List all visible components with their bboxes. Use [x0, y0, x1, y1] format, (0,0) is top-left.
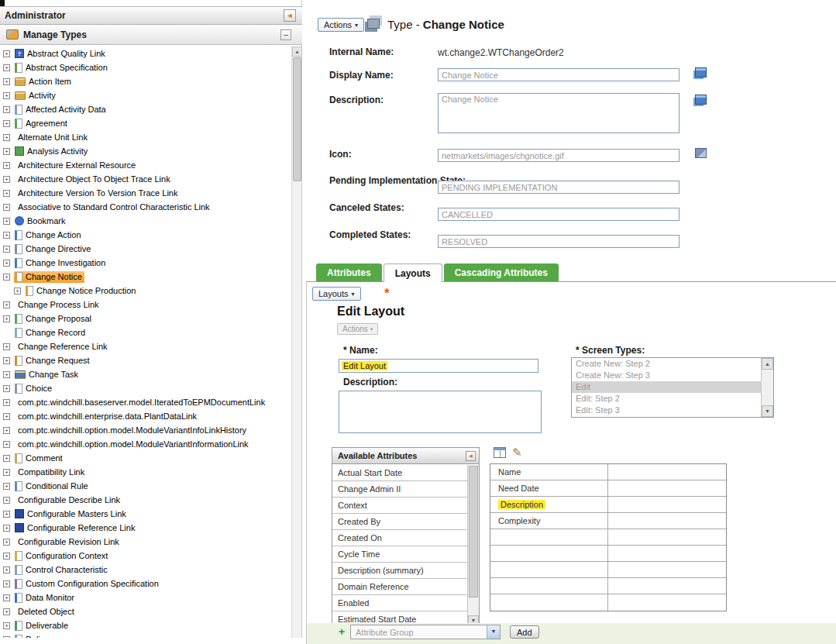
tree-item[interactable]: +Change Reference Link	[0, 339, 292, 353]
actions-menu-button[interactable]: Actions ▾	[318, 18, 364, 32]
layout-cell[interactable]	[490, 529, 608, 545]
tree-expander-icon[interactable]: +	[3, 204, 10, 211]
tree-item[interactable]: +Architecture Version To Version Trace L…	[0, 186, 292, 200]
layout-cell[interactable]	[608, 578, 726, 594]
tree-item[interactable]: +Compatibility Link	[0, 465, 292, 479]
tree-item[interactable]: +Configurable Masters Link	[0, 507, 292, 521]
tree-expander-icon[interactable]: +	[3, 413, 10, 420]
tree-expander-icon[interactable]: +	[3, 525, 10, 532]
tree-expander-icon[interactable]: +	[3, 50, 10, 57]
layout-cell[interactable]	[608, 480, 726, 496]
tree-expander-icon[interactable]: +	[3, 511, 10, 518]
available-attribute-item[interactable]: Created On	[332, 530, 467, 546]
add-button[interactable]: Add	[510, 625, 539, 639]
tree-expander-icon[interactable]: +	[3, 190, 10, 197]
tree-expander-icon[interactable]: +	[3, 636, 10, 639]
tree-item[interactable]: Change Record	[0, 325, 292, 339]
tree-item[interactable]: +Conditional Rule	[0, 479, 292, 493]
tree-item[interactable]: +Change Notice Production	[0, 284, 292, 298]
screen-type-option[interactable]: Edit: Step 3	[572, 405, 761, 416]
tree-item[interactable]: +Configurable Revision Link	[0, 535, 292, 549]
tree-expander-icon[interactable]: +	[3, 427, 10, 434]
tree-item[interactable]: +Change Directive	[0, 242, 292, 256]
tree-expander-icon[interactable]: +	[3, 64, 10, 71]
layout-cell[interactable]: Name	[490, 464, 608, 480]
tree-item[interactable]: +Deliverable	[0, 618, 292, 632]
tree-item[interactable]: +Comment	[0, 451, 292, 465]
available-attribute-item[interactable]: Actual Start Date	[332, 465, 467, 481]
layout-cell[interactable]	[608, 513, 726, 529]
description-textarea[interactable]: Change Notice	[438, 93, 679, 133]
tree-expander-icon[interactable]: +	[3, 343, 10, 350]
tree-expander-icon[interactable]: +	[3, 567, 10, 573]
layout-description-textarea[interactable]	[339, 391, 542, 433]
tree-item[interactable]: +Change Proposal	[0, 312, 292, 325]
tree-expander-icon[interactable]: +	[3, 539, 10, 546]
image-picker-icon[interactable]	[695, 148, 707, 158]
tree-expander-icon[interactable]: +	[3, 622, 10, 629]
available-attribute-item[interactable]: Enabled	[332, 595, 467, 611]
scroll-up-icon[interactable]: ▲	[762, 358, 773, 370]
display-name-input[interactable]	[438, 68, 679, 81]
tree-item[interactable]: +Activity	[0, 88, 292, 102]
tree-expander-icon[interactable]: +	[3, 148, 10, 155]
combo-dropdown-icon[interactable]: ▼	[487, 625, 500, 639]
tree-expander-icon[interactable]: +	[3, 553, 10, 560]
layout-cell[interactable]	[490, 578, 608, 594]
tree-expander-icon[interactable]: +	[3, 357, 10, 364]
icon-path-input[interactable]	[438, 149, 679, 162]
layout-cell[interactable]	[490, 594, 608, 611]
tree-expander-icon[interactable]: +	[3, 301, 10, 308]
tree-item[interactable]: +Choice	[0, 381, 292, 395]
available-attribute-item[interactable]: Cycle Time	[332, 546, 467, 563]
add-plus-icon[interactable]: +	[339, 625, 345, 638]
layout-cell[interactable]	[608, 546, 726, 561]
tree-item[interactable]: +Architecture Object To Object Trace Lin…	[0, 172, 292, 186]
tree-expander-icon[interactable]: +	[3, 441, 10, 448]
tree-expander-icon[interactable]: +	[3, 594, 10, 601]
layout-actions-button[interactable]: Actions ▾	[337, 323, 378, 335]
scroll-down-icon[interactable]: ▼	[762, 405, 773, 417]
tree-expander-icon[interactable]: +	[3, 218, 10, 225]
tree-item[interactable]: +Change Notice	[0, 270, 292, 284]
tree-item[interactable]: +?Abstract Quality Link	[0, 46, 292, 60]
tab-cascading-attributes[interactable]: Cascading Attributes	[444, 263, 559, 281]
tree-item[interactable]: +Bookmark	[0, 214, 292, 228]
tree-item[interactable]: +com.ptc.windchill.enterprise.data.Plant…	[0, 409, 292, 423]
screen-types-listbox[interactable]: Create New: Step 2Create New: Step 3Edit…	[571, 357, 774, 418]
layout-cell[interactable]	[490, 562, 608, 577]
layout-cell[interactable]	[490, 546, 608, 561]
scrollbar-thumb[interactable]	[293, 57, 301, 181]
canceled-states-input[interactable]	[438, 208, 679, 221]
tree-expander-icon[interactable]: +	[3, 134, 10, 141]
layout-name-input[interactable]: Edit Layout	[339, 359, 538, 373]
tree-expander-icon[interactable]: +	[3, 399, 10, 406]
tree-expander-icon[interactable]: +	[3, 455, 10, 462]
tree-item[interactable]: +Delivery	[0, 632, 292, 638]
layout-cell[interactable]	[608, 464, 726, 480]
available-attribute-item[interactable]: Context	[332, 498, 467, 514]
layout-cell[interactable]: Complexity	[490, 513, 608, 529]
attribute-group-combo[interactable]: Attribute Group ▼	[350, 625, 501, 639]
tree-expander-icon[interactable]: +	[3, 162, 10, 169]
available-attribute-item[interactable]: Description (summary)	[332, 563, 467, 579]
tree-item[interactable]: +Alternate Unit Link	[0, 130, 292, 144]
layout-cell[interactable]	[608, 562, 726, 577]
tree-item[interactable]: +com.ptc.windchill.baseserver.model.Iter…	[0, 395, 292, 409]
tree-item[interactable]: +Associative to Standard Control Charact…	[0, 200, 292, 214]
tree-item[interactable]: +Configurable Reference Link	[0, 521, 292, 535]
tree-expander-icon[interactable]: +	[3, 385, 10, 392]
tree-expander-icon[interactable]: +	[3, 120, 10, 127]
tree-expander-icon[interactable]: +	[14, 288, 21, 294]
edit-pencil-icon[interactable]: ✎	[512, 447, 522, 458]
tree-expander-icon[interactable]: +	[3, 92, 10, 99]
tree-item[interactable]: +Change Task	[0, 367, 292, 381]
screen-types-scrollbar[interactable]: ▲ ▼	[761, 358, 773, 417]
tree-expander-icon[interactable]: +	[3, 371, 10, 378]
layout-cell[interactable]	[608, 497, 726, 512]
tree-expander-icon[interactable]: +	[3, 246, 10, 253]
available-attributes-scrollbar[interactable]: ▼	[467, 465, 479, 626]
tree-item[interactable]: +com.ptc.windchill.option.model.ModuleVa…	[0, 437, 292, 451]
tree-expander-icon[interactable]: +	[3, 608, 10, 615]
screen-type-option[interactable]: Edit	[572, 381, 761, 393]
